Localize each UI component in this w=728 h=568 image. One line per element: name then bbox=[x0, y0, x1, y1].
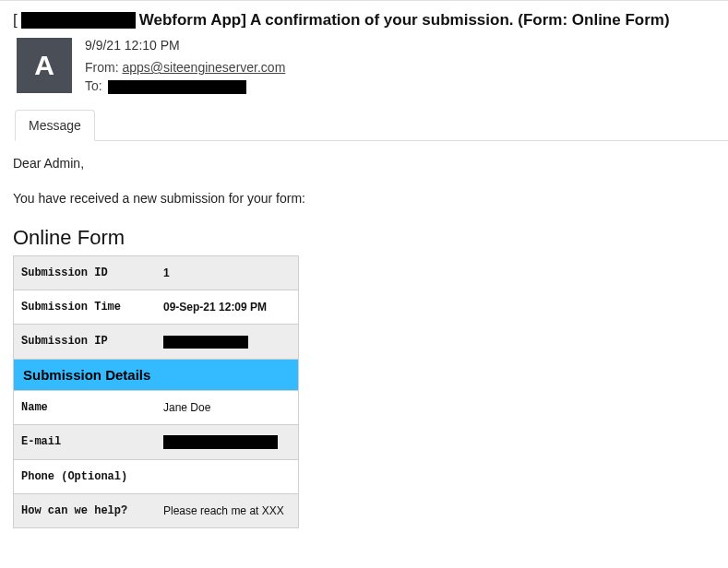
email-datetime: 9/9/21 12:10 PM bbox=[85, 38, 285, 53]
submission-details-header: Submission Details bbox=[14, 359, 298, 390]
row-phone: Phone (Optional) bbox=[14, 459, 298, 493]
form-title: Online Form bbox=[13, 226, 715, 250]
subject-text: Webform App] A confirmation of your subm… bbox=[139, 10, 670, 30]
redacted-to-value bbox=[108, 80, 246, 94]
subject-bracket: [ bbox=[13, 10, 18, 30]
redacted-subject-prefix bbox=[21, 12, 136, 29]
email-subject: [ Webform App] A confirmation of your su… bbox=[0, 6, 728, 30]
value-submission-id: 1 bbox=[160, 256, 298, 290]
to-label: To: bbox=[85, 78, 102, 93]
tabs-bar: Message bbox=[15, 109, 728, 141]
label-submission-time: Submission Time bbox=[14, 290, 160, 324]
email-meta: A 9/9/21 12:10 PM From: apps@siteengines… bbox=[0, 30, 728, 96]
label-submission-id: Submission ID bbox=[14, 256, 160, 290]
to-line: To: bbox=[85, 78, 285, 94]
tab-message[interactable]: Message bbox=[15, 110, 95, 141]
row-submission-time: Submission Time 09-Sep-21 12:09 PM bbox=[14, 290, 298, 324]
label-phone: Phone (Optional) bbox=[14, 460, 160, 493]
value-submission-time: 09-Sep-21 12:09 PM bbox=[160, 290, 298, 324]
value-email bbox=[160, 425, 298, 459]
greeting-text: Dear Admin, bbox=[13, 156, 715, 171]
sender-avatar: A bbox=[17, 38, 72, 93]
label-email: E-mail bbox=[14, 425, 160, 459]
row-submission-ip: Submission IP bbox=[14, 324, 298, 359]
value-phone bbox=[160, 460, 298, 493]
row-name: Name Jane Doe bbox=[14, 390, 298, 424]
from-address-link[interactable]: apps@siteengineserver.com bbox=[122, 60, 285, 75]
value-name: Jane Doe bbox=[160, 391, 298, 424]
redacted-email bbox=[163, 435, 278, 449]
from-label: From: bbox=[85, 60, 119, 75]
value-help: Please reach me at XXX bbox=[160, 494, 298, 527]
redacted-ip bbox=[163, 336, 248, 349]
row-submission-id: Submission ID 1 bbox=[14, 256, 298, 290]
from-line: From: apps@siteengineserver.com bbox=[85, 60, 285, 75]
value-submission-ip bbox=[160, 325, 298, 359]
submission-table: Submission ID 1 Submission Time 09-Sep-2… bbox=[13, 255, 299, 528]
row-email: E-mail bbox=[14, 424, 298, 459]
label-name: Name bbox=[14, 391, 160, 424]
avatar-initial: A bbox=[34, 50, 54, 81]
label-submission-ip: Submission IP bbox=[14, 325, 160, 359]
intro-text: You have received a new submission for y… bbox=[13, 191, 715, 206]
label-help: How can we help? bbox=[14, 494, 160, 527]
email-body: Dear Admin, You have received a new subm… bbox=[0, 141, 728, 547]
row-help: How can we help? Please reach me at XXX bbox=[14, 493, 298, 527]
